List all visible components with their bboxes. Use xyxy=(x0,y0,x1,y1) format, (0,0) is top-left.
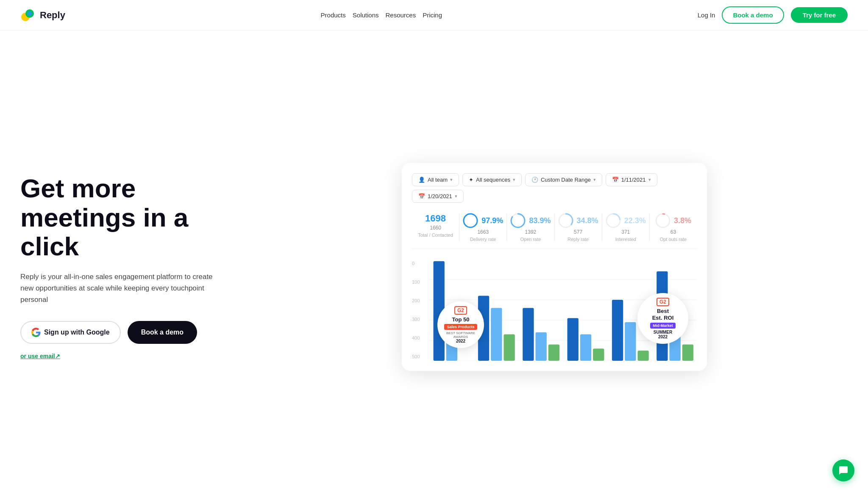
svg-rect-32 xyxy=(637,351,648,361)
stat-item: 83.9% 1392 Open rate xyxy=(507,213,554,242)
svg-rect-26 xyxy=(548,345,559,361)
nav-solutions[interactable]: Solutions xyxy=(349,10,382,20)
stat-sub: 1663 xyxy=(463,229,503,235)
stat-item: 97.9% 1663 Delivery rate xyxy=(459,213,507,242)
team-icon: 👤 xyxy=(418,177,425,183)
daterange-arrow: ▾ xyxy=(593,177,596,183)
hero-left: Get more meetings in a click Reply is yo… xyxy=(20,174,241,359)
donut-chart xyxy=(655,213,670,228)
try-free-button[interactable]: Try for free xyxy=(791,7,848,23)
navbar: Reply Products Solutions Resources Prici… xyxy=(0,0,868,30)
stat-sub: 1392 xyxy=(510,229,551,235)
sequences-icon: ✦ xyxy=(469,177,473,183)
chart-area: 500 400 300 200 100 0 G2 xyxy=(412,259,697,361)
daterange-filter[interactable]: 🕐 Custom Date Range ▾ xyxy=(525,173,602,186)
logo[interactable]: Reply xyxy=(20,8,65,23)
badge-top50-main: Top 50 xyxy=(452,316,470,323)
badge-roi-year: 2022 xyxy=(658,335,668,339)
svg-rect-30 xyxy=(612,300,623,361)
svg-rect-25 xyxy=(535,332,546,361)
donut-chart xyxy=(558,213,573,228)
stat-sub: 63 xyxy=(653,229,693,235)
stat-item: 34.8% 577 Reply rate xyxy=(555,213,602,242)
badge-top50-tag: Sales Products xyxy=(444,324,477,330)
stat-value: 34.8% xyxy=(577,216,598,225)
hero-right: 👤 All team ▾ ✦ All sequences ▾ 🕐 Custom … xyxy=(261,163,848,371)
filters-row: 👤 All team ▾ ✦ All sequences ▾ 🕐 Custom … xyxy=(412,173,697,203)
badge-roi-line2: Est. ROI xyxy=(652,315,674,321)
stat-sub: 577 xyxy=(558,229,598,235)
svg-point-12 xyxy=(656,214,670,227)
book-demo-hero-button[interactable]: Book a demo xyxy=(128,321,197,344)
team-arrow: ▾ xyxy=(450,177,453,183)
stat-main: 97.9% xyxy=(463,213,503,228)
dashboard-card: 👤 All team ▾ ✦ All sequences ▾ 🕐 Custom … xyxy=(402,163,707,371)
svg-point-5 xyxy=(464,214,477,227)
stat-label: Total / Contacted xyxy=(415,232,456,238)
g2-logo-top50: G2 xyxy=(454,306,467,315)
svg-rect-31 xyxy=(625,322,636,361)
stat-sub: 1660 xyxy=(415,225,456,231)
badge-top50-sub: BEST SOFTWARE AWARDS xyxy=(441,331,481,339)
svg-rect-27 xyxy=(568,318,579,361)
stat-item: 3.8% 63 Opt outs rate xyxy=(650,213,697,242)
calendar-to-icon: 📅 xyxy=(418,193,425,199)
donut-chart xyxy=(510,213,526,228)
date-to-arrow: ▾ xyxy=(455,194,457,199)
badge-roi-tag: Mid-Market xyxy=(650,323,676,329)
daterange-label: Custom Date Range xyxy=(541,177,591,183)
chat-widget[interactable] xyxy=(832,459,854,481)
nav-pricing[interactable]: Pricing xyxy=(419,10,445,20)
hero-section: Get more meetings in a click Reply is yo… xyxy=(0,30,868,495)
google-signup-button[interactable]: Sign up with Google xyxy=(20,321,121,344)
google-signup-label: Sign up with Google xyxy=(44,329,110,336)
chat-icon xyxy=(838,465,849,476)
google-icon xyxy=(31,328,41,337)
stat-value: 1698 xyxy=(425,213,446,224)
date-from-label: 1/11/2021 xyxy=(621,177,646,183)
stat-label: Delivery rate xyxy=(463,237,503,242)
sequences-filter[interactable]: ✦ All sequences ▾ xyxy=(462,173,522,186)
stat-item: 1698 1660 Total / Contacted xyxy=(412,213,459,242)
hero-buttons: Sign up with Google Book a demo xyxy=(20,321,241,344)
donut-chart xyxy=(463,213,478,228)
stat-value: 83.9% xyxy=(529,216,551,225)
hero-description: Reply is your all-in-one sales engagemen… xyxy=(20,271,224,306)
stat-item: 22.3% 371 Interested xyxy=(602,213,650,242)
stat-main: 83.9% xyxy=(510,213,551,228)
stat-label: Open rate xyxy=(510,237,551,242)
badge-top50-year: 2022 xyxy=(456,339,465,343)
svg-rect-23 xyxy=(504,335,515,361)
svg-rect-24 xyxy=(523,308,534,361)
stat-label: Opt outs rate xyxy=(653,237,693,242)
login-button[interactable]: Log In xyxy=(698,11,715,19)
nav-resources[interactable]: Resources xyxy=(382,10,420,20)
calendar-from-icon: 📅 xyxy=(612,177,619,183)
sequences-label: All sequences xyxy=(476,177,510,183)
badge-roi: G2 Best Est. ROI Mid-Market SUMMER 2022 xyxy=(637,293,688,344)
svg-rect-28 xyxy=(580,335,591,361)
stat-main: 1698 xyxy=(415,213,456,224)
stat-value: 22.3% xyxy=(624,216,646,225)
svg-rect-29 xyxy=(593,348,604,361)
g2-logo-roi: G2 xyxy=(657,298,669,306)
email-link[interactable]: or use email↗ xyxy=(20,353,60,359)
stat-label: Interested xyxy=(606,237,646,242)
badge-top50: G2 Top 50 Sales Products BEST SOFTWARE A… xyxy=(437,301,484,348)
date-from-arrow: ▾ xyxy=(648,177,651,183)
date-to-label: 1/20/2021 xyxy=(428,193,452,199)
book-demo-button[interactable]: Book a demo xyxy=(722,6,784,24)
svg-rect-22 xyxy=(491,308,502,361)
team-label: All team xyxy=(428,177,448,183)
svg-point-3 xyxy=(28,11,32,16)
svg-rect-35 xyxy=(682,345,693,361)
donut-chart xyxy=(606,213,621,228)
date-to-filter[interactable]: 📅 1/20/2021 ▾ xyxy=(412,190,464,203)
nav-actions: Log In Book a demo Try for free xyxy=(698,6,848,24)
date-from-filter[interactable]: 📅 1/11/2021 ▾ xyxy=(606,173,657,186)
nav-products[interactable]: Products xyxy=(317,10,349,20)
stat-value: 3.8% xyxy=(674,216,691,225)
team-filter[interactable]: 👤 All team ▾ xyxy=(412,173,459,186)
badge-roi-season: SUMMER xyxy=(654,330,672,335)
badge-roi-line1: Best xyxy=(657,308,669,315)
